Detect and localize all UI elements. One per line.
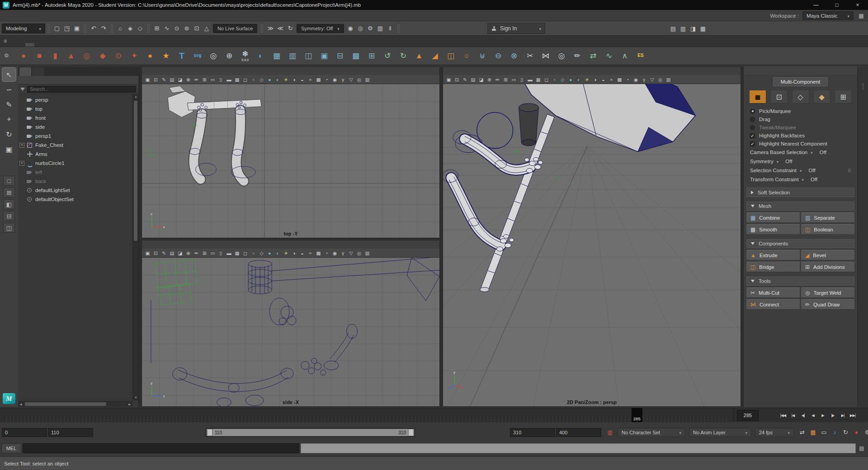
snap-grid-icon[interactable]: ⊞ xyxy=(152,24,162,33)
target-weld-button[interactable]: ◎Target Weld xyxy=(801,287,854,298)
horizontal-scrollbar[interactable]: ◀ ▶ xyxy=(18,401,132,407)
add-divisions-button[interactable]: ⊞Add Divisions xyxy=(801,262,854,272)
ao-icon[interactable]: ◒ xyxy=(599,76,607,83)
zoom-region-icon[interactable]: ◎ xyxy=(206,48,221,64)
poly-sphere-icon[interactable]: ● xyxy=(16,48,31,64)
grease-pencil-icon[interactable]: ✏ xyxy=(193,249,200,257)
lock-camera-icon[interactable]: ⊡ xyxy=(152,76,160,83)
outliner-item[interactable]: persp1 xyxy=(18,132,138,141)
outliner-item[interactable]: left xyxy=(18,168,138,177)
resolution-gate-icon[interactable]: ▯ xyxy=(518,76,526,83)
toolbar-grip[interactable] xyxy=(260,24,264,33)
spin-edge-forward-icon[interactable]: ↻ xyxy=(396,48,410,64)
view-transform-icon[interactable]: ▽ xyxy=(347,249,355,257)
symmetry-dropdown[interactable]: Symmetry Off xyxy=(744,157,857,166)
select-hierarchy-icon[interactable]: ⌂ xyxy=(115,24,125,33)
grid-icon[interactable]: ⊞ xyxy=(201,76,208,83)
shelf-tab[interactable] xyxy=(43,43,52,47)
construction-history-icon[interactable]: ↻ xyxy=(285,24,295,33)
highlight-nearest-component-checkbox[interactable]: Highlight Nearest Component xyxy=(744,140,857,148)
snap-align-icon[interactable]: ⊕ xyxy=(222,48,236,64)
shelf-tab[interactable] xyxy=(89,43,98,47)
uv-mode-icon[interactable]: ⊞ xyxy=(835,90,852,103)
isolate-select-icon[interactable]: ◎ xyxy=(656,76,664,83)
resolution-gate-icon[interactable]: ▯ xyxy=(217,249,225,257)
ao-icon[interactable]: ◒ xyxy=(298,249,306,257)
quad-draw-button[interactable]: ✏Quad Draw xyxy=(801,299,854,310)
motion-blur-icon[interactable]: ≈ xyxy=(608,76,615,83)
outliner-item[interactable]: back xyxy=(18,177,138,186)
shelf-tab[interactable] xyxy=(25,43,34,47)
safe-title-icon[interactable]: ▫ xyxy=(250,76,257,83)
play-forwards-button[interactable]: ▶ xyxy=(818,411,827,420)
timeline-track[interactable]: 285 xyxy=(0,408,734,422)
multi-cut-icon[interactable]: ✂ xyxy=(523,48,537,64)
2d-pan-zoom-icon[interactable]: ⊕ xyxy=(486,76,493,83)
output-connections-icon[interactable]: ≪ xyxy=(275,24,285,33)
bridge-icon[interactable]: ◫ xyxy=(443,48,458,64)
tab-attribute-editor[interactable] xyxy=(862,97,864,104)
highlight-backfaces-checkbox[interactable]: Highlight Backfaces xyxy=(744,132,857,140)
extrude-icon[interactable]: ▲ xyxy=(412,48,426,64)
shelf-tab[interactable] xyxy=(71,43,80,47)
use-all-lights-icon[interactable]: ☀ xyxy=(282,76,290,83)
smooth-shade-icon[interactable]: ● xyxy=(567,76,575,83)
poly-plane-icon[interactable]: ◆ xyxy=(95,48,110,64)
undo-icon[interactable]: ↶ xyxy=(89,24,99,33)
pick-marquee-radio[interactable]: Pick/Marquee xyxy=(744,107,857,115)
combine-button[interactable]: ▦Combine xyxy=(746,212,800,223)
extract-icon[interactable]: ◫ xyxy=(301,48,316,64)
textured-icon[interactable]: ◐ xyxy=(274,249,282,257)
select-camera-icon[interactable]: ▣ xyxy=(445,76,453,83)
attribute-editor-toggle-icon[interactable]: ▤ xyxy=(668,24,678,33)
sequence-time-icon[interactable]: ◔ xyxy=(323,76,330,83)
play-backwards-button[interactable]: ◀ xyxy=(808,411,817,420)
view-transform-icon[interactable]: ▽ xyxy=(347,76,355,83)
2d-pan-zoom-icon[interactable]: ⊕ xyxy=(184,249,192,257)
smooth-icon[interactable]: ▩ xyxy=(349,48,363,64)
maximize-button[interactable]: □ xyxy=(826,0,847,10)
rotate-tool[interactable]: ↻ xyxy=(2,127,16,141)
select-object-icon[interactable]: ◈ xyxy=(125,24,135,33)
poly-cone-icon[interactable]: ▲ xyxy=(64,48,78,64)
exposure-icon[interactable]: ◉ xyxy=(331,76,339,83)
film-gate-icon[interactable]: ▭ xyxy=(209,76,217,83)
current-frame-marker[interactable]: 285 xyxy=(632,408,642,422)
xray-icon[interactable]: ▥ xyxy=(665,76,672,83)
smooth-shade-icon[interactable]: ● xyxy=(266,76,274,83)
poly-torus-icon[interactable]: ◎ xyxy=(80,48,94,64)
expand-icon[interactable] xyxy=(19,143,24,148)
safe-action-icon[interactable]: ◻ xyxy=(241,76,249,83)
outliner-tab[interactable] xyxy=(32,67,44,76)
field-chart-icon[interactable]: ▦ xyxy=(233,76,241,83)
step-back-frame-button[interactable]: ◀| xyxy=(798,411,807,420)
shelf-tab[interactable] xyxy=(98,43,107,47)
ao-icon[interactable]: ◒ xyxy=(298,76,306,83)
snap-projected-center-icon[interactable]: ⊚ xyxy=(182,24,192,33)
film-gate-icon[interactable]: ▭ xyxy=(510,76,518,83)
symmetry-selector[interactable]: Symmetry: Off xyxy=(297,24,344,33)
current-frame-field[interactable]: 285 xyxy=(737,410,759,421)
toolbar-grip[interactable] xyxy=(110,24,113,33)
command-line-language-button[interactable]: MEL xyxy=(1,443,21,453)
command-output[interactable] xyxy=(301,443,856,453)
layout-four-view[interactable]: ⊞ xyxy=(3,188,15,197)
shadows-icon[interactable]: ◑ xyxy=(290,76,298,83)
shelf-tab[interactable] xyxy=(16,43,25,47)
platonic-solid-icon[interactable]: ✦ xyxy=(127,48,142,64)
go-to-end-button[interactable]: ▶▶| xyxy=(848,411,857,420)
lock-camera-icon[interactable]: ⊡ xyxy=(152,249,160,257)
workspace-selector[interactable]: Maya Classic xyxy=(802,11,854,20)
connect-icon[interactable]: ⋈ xyxy=(538,48,553,64)
range-start-handle[interactable] xyxy=(207,429,212,436)
anim-preferences-icon[interactable]: ⚙ xyxy=(863,428,868,437)
modeling-toolkit-toggle-icon[interactable]: ▦ xyxy=(698,24,708,33)
image-plane-icon[interactable]: ◪ xyxy=(176,76,184,83)
sound-scrub-icon[interactable]: ▭ xyxy=(819,428,829,437)
poly-star-icon[interactable]: ★ xyxy=(159,48,173,64)
top-view-canvas[interactable]: x z top -Y xyxy=(142,84,439,238)
scroll-right-icon[interactable]: ▶ xyxy=(127,401,132,407)
outliner-item[interactable]: defaultObjectSet xyxy=(18,195,138,204)
multisample-icon[interactable]: ▩ xyxy=(616,76,623,83)
sequence-time-icon[interactable]: ◔ xyxy=(323,249,330,257)
